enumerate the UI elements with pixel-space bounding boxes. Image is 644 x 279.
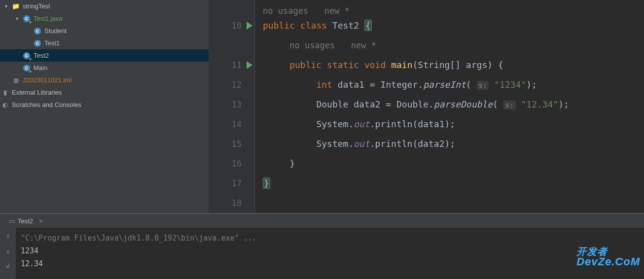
java-class-icon: C [23,15,31,23]
tree-folder-stringtest[interactable]: ▾ 📁 stringTest [0,0,209,12]
tab-icon: ▭ [9,217,15,225]
code-line[interactable]: public static void main(String[] args) { [263,55,644,75]
tree-external-libraries[interactable]: ▮ External Libraries [0,86,209,99]
run-gutter-icon[interactable] [247,61,252,69]
code-line[interactable]: System.out.println(data2); [263,134,644,154]
run-tool-window[interactable]: ▭ Test2 × ↑ ↓ ↲ "C:\Program Files\Java\j… [0,213,644,279]
console-toolbar[interactable]: ↑ ↓ ↲ [0,228,16,279]
gutter-line[interactable]: 16 [209,154,254,174]
gutter-line[interactable]: 18 [209,193,254,213]
console-command: "C:\Program Files\Java\jdk1.8.0_192\bin\… [21,232,639,244]
project-tree[interactable]: ▾ 📁 stringTest ▾ C Test1.java C Student … [0,0,209,213]
code-line[interactable]: } [263,174,644,193]
code-line[interactable]: Double data2 = Double.parseDouble( s: "1… [263,95,644,114]
java-class-icon: C [23,52,31,60]
gutter-line[interactable]: 12 [209,75,254,95]
run-tab-label: Test2 [18,217,33,225]
code-line[interactable]: int data1 = Integer.parseInt( s: "1234")… [263,75,644,95]
tree-label: Test2 [34,52,49,59]
gutter-line[interactable]: 17 [209,174,254,193]
tree-class-test1[interactable]: C Test1 [0,37,209,49]
java-class-icon: C [34,27,41,35]
run-tab-bar[interactable]: ▭ Test2 × [0,214,644,228]
gutter-line[interactable]: 11 [209,55,254,75]
tree-class-student[interactable]: C Student [0,25,209,37]
gutter-line[interactable]: 10 [209,16,254,35]
gutter-line[interactable]: 15 [209,134,254,154]
code-hint-line: no usages new * [263,1,644,16]
code-editor[interactable]: 10 11 12 13 14 15 16 17 18 no usages new… [209,0,644,213]
console-line: 1234 [21,244,639,257]
iml-file-icon: ▦ [12,76,20,84]
console-output[interactable]: "C:\Program Files\Java\jdk1.8.0_192\bin\… [16,228,644,279]
console-line: 12.34 [21,257,639,270]
tree-label: External Libraries [12,89,62,96]
tree-label: stringTest [23,2,50,10]
code-line[interactable]: public class Test2 { [263,16,644,35]
java-class-icon: C [23,64,31,72]
close-icon[interactable]: × [39,217,43,225]
tree-class-test2[interactable]: C Test2 [0,49,209,62]
gutter-line [209,35,254,55]
tree-label: Main [34,64,47,71]
tree-file-test1-java[interactable]: ▾ C Test1.java [0,12,209,25]
editor-gutter[interactable]: 10 11 12 13 14 15 16 17 18 [209,0,255,213]
scroll-up-icon[interactable]: ↑ [2,231,13,242]
tree-file-iml[interactable]: ▦ J2023011021.iml [0,74,209,86]
tree-class-main[interactable]: C Main [0,62,209,74]
code-line[interactable]: } [263,154,644,174]
soft-wrap-icon[interactable]: ↲ [2,260,13,271]
tree-label: Scratches and Consoles [12,101,81,108]
gutter-line [209,1,254,16]
tree-label: Student [44,27,67,35]
code-hint-line: no usages new * [263,35,644,55]
chevron-down-icon: ▾ [5,3,12,9]
run-gutter-icon[interactable] [247,22,252,30]
tree-scratches[interactable]: ◐ Scratches and Consoles [0,99,209,111]
tree-label: J2023011021.iml [23,76,72,84]
java-class-icon: C [34,39,41,47]
tree-label: Test1 [44,39,60,47]
gutter-line[interactable]: 14 [209,114,254,134]
scratch-icon: ◐ [1,101,9,109]
code-area[interactable]: no usages new * public class Test2 { no … [255,0,644,213]
library-icon: ▮ [1,89,9,97]
chevron-down-icon: ▾ [16,16,23,21]
code-line[interactable]: System.out.println(data1); [263,114,644,134]
tree-label: Test1.java [34,15,63,22]
gutter-line[interactable]: 13 [209,95,254,114]
scroll-down-icon[interactable]: ↓ [2,245,13,256]
run-tab-test2[interactable]: ▭ Test2 × [9,217,43,225]
folder-icon: 📁 [12,2,20,10]
